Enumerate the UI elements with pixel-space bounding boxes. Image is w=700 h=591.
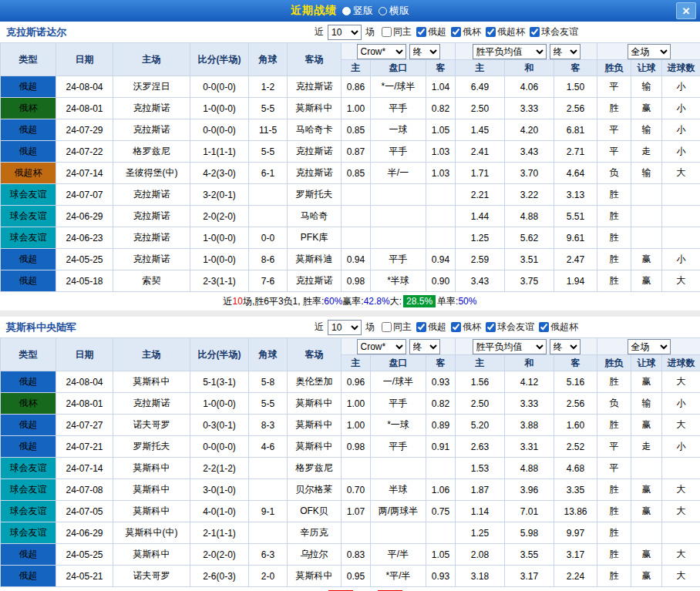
summary-segment: 场,胜6平3负1, 胜率: xyxy=(243,295,324,308)
corner-cell xyxy=(249,522,288,544)
match-filters: 近10场同主俄超俄杯俄超杯球会友谊 xyxy=(312,25,578,40)
handicap-result-cell xyxy=(631,184,662,206)
draw-odds-cell: 3.55 xyxy=(505,544,554,566)
draw-odds-cell: 5.98 xyxy=(505,522,554,544)
date-cell: 24-08-04 xyxy=(56,371,113,393)
summary-segment: 50% xyxy=(458,296,476,307)
col-score-header: 比分(半场) xyxy=(190,43,249,76)
handicap-cell: *平/半 xyxy=(371,566,426,587)
league-filter-checkbox-input[interactable] xyxy=(451,322,461,332)
handicap-result-cell: 走 xyxy=(631,141,662,163)
win-odds-cell: 2.63 xyxy=(456,436,505,458)
same-home-checkbox-input[interactable] xyxy=(382,27,392,37)
asian-home-odds-cell: 0.98 xyxy=(342,436,371,458)
league-filter-checkbox[interactable]: 俄杯 xyxy=(446,25,481,39)
win-odds-cell: 3.18 xyxy=(456,566,505,587)
score-cell: 2-1(1-1) xyxy=(190,522,249,544)
lose-odds-cell: 9.61 xyxy=(554,227,597,249)
asian-away-odds-cell: 1.03 xyxy=(426,163,456,184)
bookmaker-select[interactable]: Crow* xyxy=(357,339,406,354)
same-home-checkbox[interactable]: 同主 xyxy=(377,321,412,334)
result-cell: 胜 xyxy=(597,227,631,249)
league-cell: 俄超 xyxy=(1,415,56,436)
summary-segment: 单率: xyxy=(437,295,458,308)
asian-stage-select[interactable]: 终 xyxy=(409,44,440,59)
league-filter-checkbox[interactable]: 俄超杯 xyxy=(534,321,578,334)
league-filter-checkbox-input[interactable] xyxy=(416,322,426,332)
home-team-cell: 克拉斯诺 xyxy=(113,393,190,415)
same-home-checkbox-input[interactable] xyxy=(382,322,392,332)
result-cell: 平 xyxy=(597,76,631,98)
away-team-cell: 莫斯科中 xyxy=(288,393,342,415)
date-cell: 24-07-21 xyxy=(56,436,113,458)
orientation-landscape-radio[interactable]: 横版 xyxy=(379,4,409,18)
same-home-checkbox[interactable]: 同主 xyxy=(377,25,412,39)
league-filter-checkbox-input[interactable] xyxy=(416,27,426,37)
goals-result-cell: 大 xyxy=(662,415,700,436)
league-cell: 俄超 xyxy=(1,436,56,458)
orientation-portrait-radio[interactable]: 竖版 xyxy=(342,4,373,18)
goals-result-cell: 小 xyxy=(662,98,700,119)
asian-home-odds-cell: 1.00 xyxy=(342,98,371,119)
avg-odds-select[interactable]: 胜平负均值 xyxy=(473,44,547,59)
date-cell: 24-08-01 xyxy=(56,98,113,119)
match-row: 俄超24-07-21罗斯托夫0-0(0-0)4-6莫斯科中0.98平手0.912… xyxy=(1,436,700,458)
handicap-result-cell xyxy=(631,458,662,479)
handicap-result-cell: 输 xyxy=(631,119,662,141)
league-filter-checkbox-input[interactable] xyxy=(486,322,496,332)
date-cell: 24-07-14 xyxy=(56,458,113,479)
league-filter-checkbox-input[interactable] xyxy=(539,322,549,332)
section-divider xyxy=(0,311,700,317)
bookmaker-select[interactable]: Crow* xyxy=(357,44,406,59)
league-cell: 俄超 xyxy=(1,270,56,292)
league-filter-checkbox[interactable]: 球会友谊 xyxy=(481,321,534,334)
league-filter-checkbox-label: 球会友谊 xyxy=(541,25,578,39)
draw-odds-cell: 3.88 xyxy=(505,415,554,436)
asian-away-odds-cell xyxy=(426,227,456,249)
result-cell: 负 xyxy=(597,393,631,415)
handicap-cell: 半球 xyxy=(371,479,426,501)
lose-odds-cell: 4.64 xyxy=(554,163,597,184)
league-filter-checkbox[interactable]: 球会友谊 xyxy=(525,25,578,39)
asian-away-odds-cell: 1.03 xyxy=(426,141,456,163)
league-filter-checkbox-input[interactable] xyxy=(451,27,461,37)
summary-line: 近10场,胜6平3负1, 胜率:60% 赢率:42.8% 大: 28.5% 单率… xyxy=(0,292,700,311)
near-label: 近 xyxy=(315,25,324,39)
asian-away-odds-cell: 0.75 xyxy=(426,501,456,522)
titlebar-center: 近期战绩 竖版 横版 xyxy=(291,4,409,18)
avg-odds-select[interactable]: 胜平负均值 xyxy=(473,339,547,354)
league-cell: 球会友谊 xyxy=(1,479,56,501)
league-cell: 俄超 xyxy=(1,141,56,163)
euro-stage-select[interactable]: 终 xyxy=(550,44,581,59)
league-filter-checkbox-input[interactable] xyxy=(530,27,540,37)
handicap-result-cell: 输 xyxy=(631,76,662,98)
league-filter-checkbox[interactable]: 俄超杯 xyxy=(481,25,525,39)
asian-stage-select[interactable]: 终 xyxy=(409,339,440,354)
scope-select[interactable]: 全场 xyxy=(628,44,671,59)
goals-result-cell xyxy=(662,206,700,227)
match-count-select[interactable]: 10 xyxy=(328,25,362,40)
score-cell: 4-0(1-0) xyxy=(190,501,249,522)
league-cell: 球会友谊 xyxy=(1,501,56,522)
win-odds-cell: 2.41 xyxy=(456,141,505,163)
result-cell: 平 xyxy=(597,436,631,458)
close-button[interactable]: ✕ xyxy=(676,2,696,19)
euro-stage-select[interactable]: 终 xyxy=(550,339,581,354)
asian-home-odds-cell: 1.00 xyxy=(342,415,371,436)
scope-select[interactable]: 全场 xyxy=(628,339,671,354)
handicap-cell: 平手 xyxy=(371,436,426,458)
win-odds-cell: 5.20 xyxy=(456,415,505,436)
league-filter-checkbox[interactable]: 俄超 xyxy=(412,25,446,39)
score-cell: 2-2(1-2) xyxy=(190,458,249,479)
col-handicap-header: 盘口 xyxy=(371,60,426,76)
team-name: 克拉斯诺达尔 xyxy=(6,25,66,39)
league-filter-checkbox[interactable]: 俄超 xyxy=(412,321,446,334)
asian-home-odds-cell: 0.94 xyxy=(342,249,371,270)
goals-result-cell: 小 xyxy=(662,436,700,458)
league-filter-checkbox-input[interactable] xyxy=(486,27,496,37)
league-filter-checkbox[interactable]: 俄杯 xyxy=(446,321,481,334)
corner-cell: 5-8 xyxy=(249,371,288,393)
asian-home-odds-cell: 0.95 xyxy=(342,566,371,587)
match-count-select[interactable]: 10 xyxy=(328,320,362,335)
col-asian-home-header: 主 xyxy=(342,355,371,371)
